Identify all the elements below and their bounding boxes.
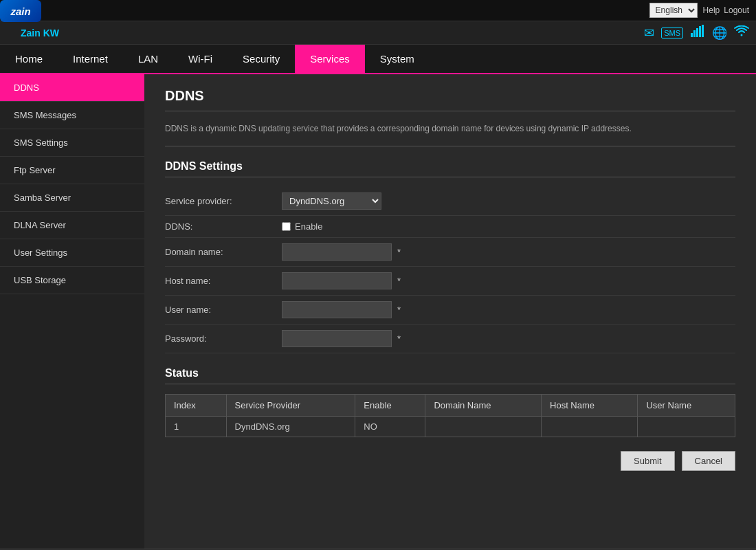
- mail-icon[interactable]: ✉: [644, 25, 654, 41]
- password-control: [282, 330, 392, 347]
- cell-service-provider: DyndDNS.org: [226, 417, 355, 437]
- host-name-required: *: [397, 276, 401, 286]
- content-area: DDNS DDNS is a dynamic DNS updating serv…: [144, 74, 756, 549]
- sidebar-item-ftp-server[interactable]: Ftp Server: [0, 157, 144, 184]
- sidebar-item-sms-messages[interactable]: SMS Messages: [0, 102, 144, 129]
- main-layout: DDNS SMS Messages SMS Settings Ftp Serve…: [0, 74, 756, 549]
- host-name-row: Host name: *: [165, 267, 735, 296]
- ddns-enable-checkbox[interactable]: [282, 222, 291, 231]
- sidebar: DDNS SMS Messages SMS Settings Ftp Serve…: [0, 74, 144, 549]
- help-link[interactable]: Help: [703, 6, 720, 15]
- service-provider-select[interactable]: DyndDNS.org No-IP.com 3322.org: [282, 192, 381, 210]
- globe-icon[interactable]: 🌐: [712, 25, 727, 41]
- domain-name-row: Domain name: *: [165, 238, 735, 267]
- nav-system[interactable]: System: [365, 45, 430, 73]
- host-name-control: [282, 272, 392, 289]
- nav-lan[interactable]: LAN: [123, 45, 173, 73]
- status-bar: Zain KW ✉ SMS 🌐: [0, 21, 756, 45]
- host-name-label: Host name:: [165, 276, 275, 286]
- domain-name-control: [282, 243, 392, 261]
- user-name-required: *: [397, 305, 401, 315]
- user-name-label: User name:: [165, 305, 275, 315]
- domain-name-required: *: [397, 247, 401, 257]
- enable-label: Enable: [295, 221, 322, 232]
- submit-button[interactable]: Submit: [621, 451, 674, 471]
- cell-user-name: [638, 417, 735, 437]
- sidebar-item-ddns[interactable]: DDNS: [0, 74, 144, 102]
- main-nav: Home Internet LAN Wi-Fi Security Service…: [0, 45, 756, 74]
- sidebar-item-user-settings[interactable]: User Settings: [0, 239, 144, 267]
- nav-security[interactable]: Security: [227, 45, 295, 73]
- cell-host-name: [542, 417, 638, 437]
- status-table: Index Service Provider Enable Domain Nam…: [165, 394, 735, 437]
- sidebar-item-dlna-server[interactable]: DLNA Server: [0, 212, 144, 239]
- help-logout: Help Logout: [703, 6, 749, 15]
- logo: zain: [7, 8, 18, 13]
- top-bar: zain English Arabic Help Logout: [0, 0, 756, 21]
- service-provider-control: DyndDNS.org No-IP.com 3322.org: [282, 192, 381, 210]
- col-index: Index: [166, 395, 227, 417]
- logout-link[interactable]: Logout: [724, 6, 749, 15]
- domain-name-input[interactable]: [282, 243, 392, 261]
- ddns-settings-section: DDNS Settings Service provider: DyndDNS.…: [165, 160, 735, 353]
- service-provider-label: Service provider:: [165, 196, 275, 206]
- host-name-input[interactable]: [282, 272, 392, 289]
- user-name-control: [282, 301, 392, 318]
- svg-rect-3: [699, 26, 701, 37]
- password-row: Password: *: [165, 324, 735, 353]
- ddns-enable-row: DDNS: Enable: [165, 216, 735, 238]
- logo-text: zain: [10, 6, 30, 17]
- nav-home[interactable]: Home: [0, 45, 58, 73]
- svg-rect-0: [691, 33, 693, 37]
- cell-index: 1: [166, 417, 227, 437]
- status-section-title: Status: [165, 367, 735, 384]
- cell-domain-name: [425, 417, 542, 437]
- nav-services[interactable]: Services: [295, 45, 365, 73]
- col-domain-name: Domain Name: [425, 395, 542, 417]
- sidebar-item-sms-settings[interactable]: SMS Settings: [0, 129, 144, 157]
- password-input[interactable]: [282, 330, 392, 347]
- top-right: English Arabic Help Logout: [649, 3, 749, 18]
- svg-rect-4: [702, 25, 704, 37]
- sms-icon[interactable]: SMS: [661, 28, 683, 38]
- ddns-settings-title: DDNS Settings: [165, 160, 735, 177]
- table-row: 1 DyndDNS.org NO: [166, 417, 735, 437]
- signal-icon[interactable]: [690, 25, 705, 41]
- button-row: Submit Cancel: [165, 451, 735, 471]
- user-name-input[interactable]: [282, 301, 392, 318]
- ddns-label: DDNS:: [165, 221, 275, 232]
- password-label: Password:: [165, 333, 275, 344]
- nav-internet[interactable]: Internet: [58, 45, 123, 73]
- language-select[interactable]: English Arabic: [649, 3, 698, 18]
- password-required: *: [397, 333, 401, 344]
- svg-rect-2: [696, 28, 698, 37]
- page-title: DDNS: [165, 88, 735, 111]
- domain-name-label: Domain name:: [165, 247, 275, 257]
- sidebar-item-usb-storage[interactable]: USB Storage: [0, 267, 144, 294]
- service-provider-row: Service provider: DyndDNS.org No-IP.com …: [165, 187, 735, 216]
- provider-name: Zain KW: [21, 28, 59, 38]
- col-enable: Enable: [355, 395, 425, 417]
- cancel-button[interactable]: Cancel: [682, 451, 735, 471]
- nav-wifi[interactable]: Wi-Fi: [173, 45, 227, 73]
- user-name-row: User name: *: [165, 296, 735, 324]
- col-host-name: Host Name: [542, 395, 638, 417]
- col-user-name: User Name: [638, 395, 735, 417]
- wifi-icon[interactable]: [734, 25, 749, 40]
- sidebar-item-samba-server[interactable]: Samba Server: [0, 184, 144, 212]
- col-service-provider: Service Provider: [226, 395, 355, 417]
- ddns-enable-control: Enable: [282, 221, 322, 232]
- cell-enable: NO: [355, 417, 425, 437]
- page-description: DDNS is a dynamic DNS updating service t…: [165, 122, 735, 146]
- table-header-row: Index Service Provider Enable Domain Nam…: [166, 395, 735, 417]
- svg-rect-1: [693, 30, 696, 37]
- status-section: Status Index Service Provider Enable Dom…: [165, 367, 735, 437]
